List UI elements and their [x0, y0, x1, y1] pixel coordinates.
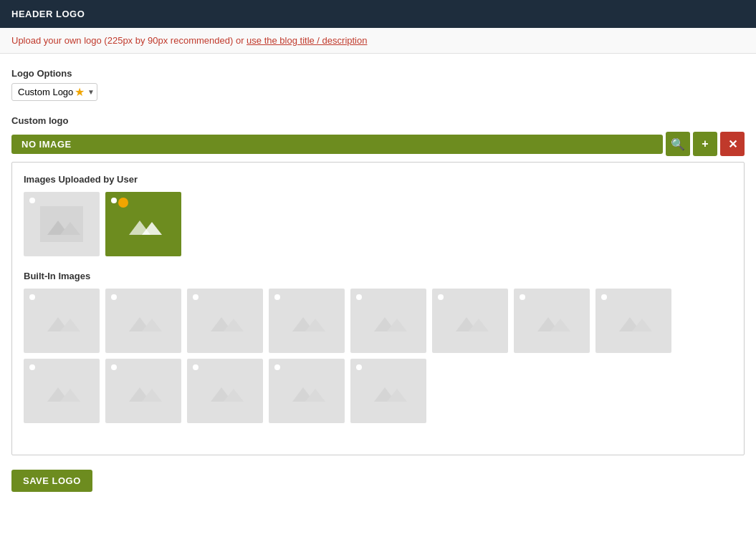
- pin-b2: [111, 294, 117, 300]
- plus-icon: +: [702, 137, 708, 150]
- pin-b9: [29, 364, 35, 370]
- pin-b1: [29, 294, 35, 300]
- custom-logo-section: Custom logo NO IMAGE 🔍 + ✕ Images Upload…: [11, 115, 745, 455]
- svg-rect-24: [530, 303, 573, 339]
- header-title: HEADER LOGO: [11, 9, 85, 19]
- mountain-icon-b13: [367, 373, 410, 409]
- remove-button[interactable]: ✕: [720, 132, 745, 156]
- custom-logo-label: Custom logo: [11, 115, 745, 126]
- svg-rect-0: [40, 206, 83, 242]
- mountain-icon-b12: [285, 373, 328, 409]
- logo-toolbar: NO IMAGE 🔍 + ✕: [11, 132, 745, 156]
- svg-rect-39: [285, 373, 328, 409]
- notice-link[interactable]: use the blog title / description: [247, 35, 367, 46]
- pin-b12: [274, 364, 280, 370]
- mountain-icon-1: [40, 206, 83, 242]
- logo-options-select[interactable]: Custom Logo Blog Title None: [11, 83, 97, 101]
- uploaded-image-grid: [24, 192, 732, 256]
- mountain-icon-b4: [285, 303, 328, 339]
- builtin-image-13[interactable]: [350, 359, 426, 423]
- svg-rect-27: [612, 303, 655, 339]
- builtin-image-1[interactable]: [24, 289, 100, 353]
- uploaded-section-title: Images Uploaded by User: [24, 174, 732, 185]
- svg-rect-42: [367, 373, 410, 409]
- builtin-image-2[interactable]: [105, 289, 181, 353]
- svg-rect-9: [122, 303, 165, 339]
- search-button[interactable]: 🔍: [666, 132, 690, 156]
- builtin-image-7[interactable]: [514, 289, 590, 353]
- builtin-image-4[interactable]: [269, 289, 345, 353]
- mountain-icon-b1: [40, 303, 83, 339]
- builtin-image-10[interactable]: [105, 359, 181, 423]
- pin-b6: [438, 294, 444, 300]
- pin-b8: [601, 294, 607, 300]
- search-icon: 🔍: [671, 137, 685, 151]
- builtin-image-3[interactable]: [187, 289, 263, 353]
- pin-dot-1: [29, 198, 35, 203]
- main-content: Logo Options Custom Logo Blog Title None…: [0, 54, 756, 547]
- mountain-icon-b9: [40, 373, 83, 409]
- svg-rect-30: [40, 373, 83, 409]
- mountain-icon-b5: [367, 303, 410, 339]
- mountain-icon-b8: [612, 303, 655, 339]
- uploaded-image-1[interactable]: [24, 192, 100, 256]
- logo-options-section: Logo Options Custom Logo Blog Title None…: [11, 68, 745, 101]
- mountain-icon-2: [122, 206, 165, 242]
- builtin-section-title: Built-In Images: [24, 271, 732, 281]
- save-button-row: SAVE LOGO: [11, 470, 745, 492]
- pin-b5: [356, 294, 362, 300]
- image-picker-box[interactable]: Images Uploaded by User: [11, 162, 745, 455]
- pin-b10: [111, 364, 117, 370]
- uploaded-image-2[interactable]: [105, 192, 181, 256]
- close-icon: ✕: [728, 137, 737, 151]
- svg-rect-6: [40, 303, 83, 339]
- mountain-icon-b10: [122, 373, 165, 409]
- pin-b11: [193, 364, 198, 370]
- builtin-image-12[interactable]: [269, 359, 345, 423]
- svg-rect-3: [122, 206, 165, 242]
- save-logo-button[interactable]: SAVE LOGO: [11, 470, 92, 492]
- header-bar: HEADER LOGO: [0, 0, 756, 28]
- builtin-image-11[interactable]: [187, 359, 263, 423]
- add-button[interactable]: +: [693, 132, 717, 156]
- pin-b7: [520, 294, 525, 300]
- mountain-icon-b11: [204, 373, 247, 409]
- svg-rect-33: [122, 373, 165, 409]
- pin-b3: [193, 294, 198, 300]
- builtin-image-6[interactable]: [432, 289, 508, 353]
- mountain-icon-b3: [204, 303, 247, 339]
- builtin-image-5[interactable]: [350, 289, 426, 353]
- notice-bar: Upload your own logo (225px by 90px reco…: [0, 28, 756, 54]
- logo-options-label: Logo Options: [11, 68, 745, 79]
- mountain-icon-b7: [530, 303, 573, 339]
- builtin-image-9[interactable]: [24, 359, 100, 423]
- no-image-button[interactable]: NO IMAGE: [11, 135, 663, 154]
- svg-rect-15: [285, 303, 328, 339]
- svg-rect-36: [204, 373, 247, 409]
- pin-dot-2: [111, 198, 117, 203]
- svg-rect-18: [367, 303, 410, 339]
- mountain-icon-b6: [449, 303, 492, 339]
- pin-b4: [274, 294, 280, 300]
- pin-b13: [356, 364, 362, 370]
- builtin-image-8[interactable]: [595, 289, 671, 353]
- svg-rect-12: [204, 303, 247, 339]
- svg-rect-21: [449, 303, 492, 339]
- builtin-image-grid: [24, 289, 732, 423]
- sun-dot-2: [118, 198, 128, 208]
- notice-text-before: Upload your own logo (225px by 90px reco…: [11, 35, 247, 46]
- mountain-icon-b2: [122, 303, 165, 339]
- logo-select-wrapper: Custom Logo Blog Title None ★ ▼: [11, 83, 97, 101]
